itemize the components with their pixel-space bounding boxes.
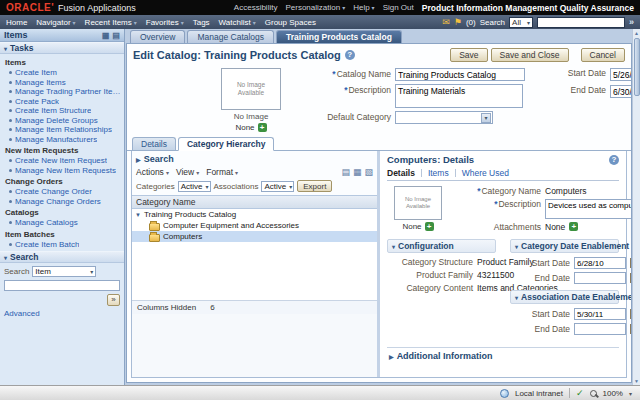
menu-watchlist[interactable]: Watchlist ▾ [219, 18, 256, 27]
default-category-select[interactable]: ▾ [395, 111, 493, 124]
vertical-scrollbar[interactable]: ▲ ▼ [632, 29, 640, 385]
configuration-header[interactable]: ▾ Configuration [387, 239, 496, 253]
association-end-date-input[interactable] [574, 323, 626, 335]
association-date-enablement-header[interactable]: ▾ Association Date Enablement [510, 290, 619, 304]
scroll-up-icon[interactable]: ▲ [634, 29, 639, 37]
tab-manage-catalogs[interactable]: Manage Catalogs [187, 30, 274, 43]
wrap-icon[interactable]: ▧ [364, 167, 373, 177]
sidebar-search-header[interactable]: ▾ Search [0, 251, 124, 263]
task-link-manage-item-relationships[interactable]: Manage Item Relationships [5, 125, 122, 135]
add-plus-icon[interactable] [425, 222, 434, 231]
start-date-input[interactable] [610, 68, 632, 81]
pin-icon[interactable]: ▤ [112, 31, 120, 40]
category-description-textarea[interactable]: Devices used as computers [545, 199, 632, 219]
save-button[interactable]: Save [450, 48, 487, 62]
tree-node-computers[interactable]: Computers [132, 231, 377, 242]
accessibility-link[interactable]: Accessibility [234, 3, 278, 12]
subtab-details[interactable]: Details [132, 137, 176, 150]
task-link-create-change-order[interactable]: Create Change Order [5, 187, 122, 197]
details-tab-items[interactable]: Items [428, 168, 449, 178]
search-scope-select[interactable]: All ▾ [509, 17, 533, 28]
details-tab-where-used[interactable]: Where Used [462, 168, 509, 178]
menu-favorites[interactable]: Favorites ▾ [146, 18, 184, 27]
task-link-manage-manufacturers[interactable]: Manage Manufacturers [5, 135, 122, 145]
task-link-create-item-structure[interactable]: Create Item Structure [5, 106, 122, 116]
scrollbar-thumb[interactable] [634, 38, 640, 96]
help-menu[interactable]: Help ▾ [353, 3, 374, 12]
menu-navigator[interactable]: Navigator ▾ [36, 18, 75, 27]
columns-hidden-count: 6 [210, 303, 214, 312]
bullet-icon [9, 159, 12, 162]
associations-filter-select[interactable]: Active ▾ [261, 181, 294, 192]
details-tab-details[interactable]: Details [387, 168, 415, 178]
scroll-down-icon[interactable]: ▼ [634, 377, 639, 385]
task-link-manage-delete-groups[interactable]: Manage Delete Groups [5, 116, 122, 126]
help-icon[interactable] [345, 50, 355, 60]
catalog-name-input[interactable] [395, 68, 525, 81]
add-plus-icon[interactable] [258, 123, 267, 132]
grid-icon[interactable]: ▦ [102, 31, 110, 40]
subtab-category-hierarchy[interactable]: Category Hierarchy [178, 137, 274, 151]
tab-training-products-catalog[interactable]: Training Products Catalog [276, 30, 402, 43]
tree-column-header[interactable]: Category Name [132, 195, 377, 209]
sign-out-link[interactable]: Sign Out [383, 3, 414, 12]
category-date-enablement-header[interactable]: ▾ Category Date Enablement [510, 239, 619, 253]
task-link-create-new-item-request[interactable]: Create New Item Request [5, 156, 122, 166]
format-menu[interactable]: Format ▾ [206, 167, 238, 177]
start-date-label: Start Date [558, 68, 606, 78]
task-link-create-item[interactable]: Create Item [5, 68, 122, 78]
actions-menu[interactable]: Actions ▾ [136, 167, 169, 177]
chevron-down-icon[interactable]: ▾ [629, 390, 632, 397]
additional-information-header[interactable]: ▶ Additional Information [387, 347, 619, 364]
add-attachment-icon[interactable] [569, 222, 578, 231]
security-zone: Local intranet [515, 389, 563, 398]
task-link-manage-trading-partner-items[interactable]: Manage Trading Partner Items [5, 87, 122, 97]
association-start-date-input[interactable] [574, 308, 626, 320]
category-end-date-input[interactable] [574, 272, 626, 284]
end-date-input[interactable] [610, 85, 632, 98]
cancel-button[interactable]: Cancel [581, 48, 625, 62]
export-button[interactable]: Export [297, 180, 332, 192]
sidebar-search-go-button[interactable]: » [107, 294, 120, 306]
menu-home[interactable]: Home [6, 18, 27, 27]
task-link-manage-catalogs[interactable]: Manage Catalogs [5, 218, 122, 228]
global-search-input[interactable] [537, 17, 625, 28]
task-link-manage-new-item-requests[interactable]: Manage New Item Requests [5, 166, 122, 176]
sidebar-search-scope-select[interactable]: Item ▾ [32, 266, 96, 277]
chevron-down-icon: ▾ [527, 19, 530, 26]
menu-group-spaces[interactable]: Group Spaces [265, 18, 316, 27]
tasks-section-header[interactable]: ▾ Tasks [0, 42, 124, 54]
view-menu[interactable]: View ▾ [176, 167, 199, 177]
task-link-manage-change-orders[interactable]: Manage Change Orders [5, 197, 122, 207]
task-link-create-pack[interactable]: Create Pack [5, 97, 122, 107]
task-link-create-item-batch[interactable]: Create Item Batch [5, 240, 122, 250]
field-row: Attachments None [461, 222, 632, 232]
check-icon: ✓ [576, 388, 584, 398]
save-and-close-button[interactable]: Save and Close [491, 48, 569, 62]
menu-recent-items[interactable]: Recent Items ▾ [85, 18, 137, 27]
description-textarea[interactable]: Training Materials [395, 84, 523, 108]
advanced-search-link[interactable]: Advanced [4, 309, 120, 318]
detach-icon[interactable]: ▦ [353, 167, 362, 177]
tree-expand-icon[interactable]: ▼ [135, 212, 141, 218]
flag-icon[interactable]: ⚑ [454, 18, 462, 27]
menu-tags[interactable]: Tags [193, 18, 210, 27]
catalog-image-column: No Image Available No Image None [211, 68, 291, 132]
categories-filter-select[interactable]: Active ▾ [178, 181, 211, 192]
envelope-icon[interactable]: ✉ [442, 18, 450, 27]
task-link-manage-items[interactable]: Manage Items [5, 78, 122, 88]
help-icon[interactable] [609, 155, 619, 165]
search-go-icon[interactable]: » [629, 17, 634, 27]
oracle-logo: ORACLE' [6, 2, 54, 13]
tree-node-root[interactable]: ▼ Training Products Catalog [132, 209, 377, 220]
tree-node-computer-equipment[interactable]: Computer Equipment and Accessories [132, 220, 377, 231]
freeze-icon[interactable]: ▤ [341, 167, 350, 177]
category-start-date-input[interactable] [574, 257, 626, 269]
sidebar-search-input[interactable] [4, 280, 120, 291]
tab-overview[interactable]: Overview [130, 30, 185, 43]
zoom-level[interactable]: 100% [603, 389, 623, 398]
personalization-menu[interactable]: Personalization ▾ [285, 3, 345, 12]
sidebar: Items ▦ ▤ ▾ Tasks Items Create Item Mana… [0, 29, 125, 385]
associations-filter-label: Associations [214, 182, 259, 191]
tree-search-header[interactable]: ▶ Search [132, 151, 377, 165]
